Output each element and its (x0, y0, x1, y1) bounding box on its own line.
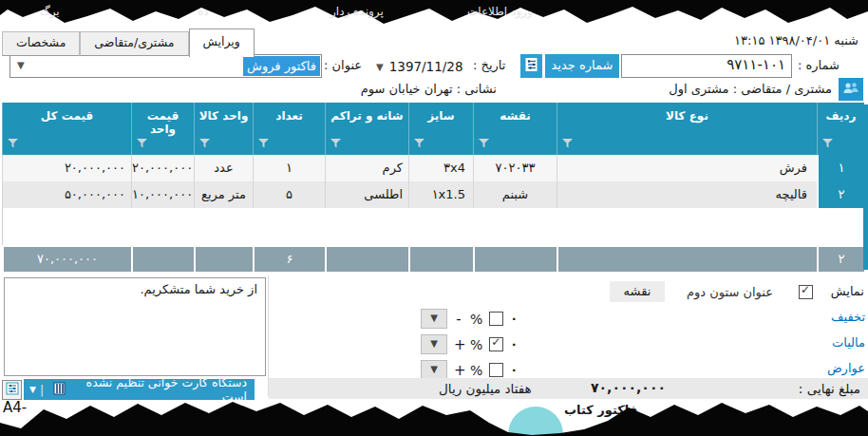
print-settings-button[interactable] (2, 380, 22, 400)
table-side-scrollbar[interactable] (863, 104, 868, 270)
filter-icon[interactable] (562, 138, 573, 151)
invoice-number-input[interactable]: ۹۷۱۱-۱۰۱ (621, 54, 792, 78)
tax-dropdown[interactable]: ▼ (421, 334, 447, 354)
column-header-row-number[interactable]: ردیف (817, 103, 864, 155)
discount-dropdown[interactable]: ▼ (421, 309, 447, 329)
duty-link[interactable]: عوارض (827, 361, 865, 375)
customer-value: مشتری اول (669, 82, 728, 96)
cell-row-number: ۲ (817, 181, 864, 208)
date-dropdown[interactable]: ▼ 1397/11/28 (376, 57, 473, 76)
filter-icon[interactable] (137, 138, 147, 151)
duty-percent-checkbox[interactable] (489, 363, 503, 377)
cell-unit-price: ۱۰,۰۰۰,۰۰۰ (131, 181, 194, 208)
filter-icon[interactable] (199, 138, 210, 151)
summary-empty-cell (408, 247, 473, 272)
filter-icon[interactable] (479, 138, 489, 151)
cell-product-type: فرش (557, 155, 817, 181)
cell-comb-density: کرم (325, 155, 408, 181)
chevron-down-icon: ▼ (376, 62, 384, 72)
column-header-comb-density[interactable]: شانه و تراکم (325, 103, 408, 155)
column-label: تعداد (275, 109, 302, 123)
invoice-window: برگ ده پرونده ردار ورود اطلاعات مشخصات م… (0, 0, 868, 436)
final-amount-in-words: هفتاد میلیون ریال (439, 381, 532, 396)
column-header-unit-price[interactable]: قیمت واحد (131, 103, 194, 155)
table-empty-area (2, 208, 864, 245)
menu-item-fragment[interactable]: برگ (40, 5, 60, 18)
date-label: تاریخ : (473, 58, 505, 72)
discount-link[interactable]: تخفیف (831, 310, 865, 324)
column-header-quantity[interactable]: تعداد (253, 103, 325, 155)
torn-partial-text: فاکتور کتاب (564, 403, 637, 417)
discount-controls: ▼ - % ۰ (421, 309, 518, 329)
column-header-pattern[interactable]: نقشه (473, 103, 557, 155)
tab-edit[interactable]: ویرایش (189, 28, 255, 57)
table-header-row: ردیف نوع کالا نقشه سایز شانه و تراکم تعد… (2, 103, 864, 155)
filter-icon[interactable] (258, 138, 269, 151)
menu-item-fragment[interactable]: پرونده ردار (330, 5, 384, 18)
display-checkbox[interactable] (799, 285, 813, 299)
document-icon (524, 57, 538, 75)
paper-size-label: A4- (3, 399, 27, 416)
final-amount-label: مبلغ نهایی : (799, 381, 860, 396)
address-value: تهران خیابان سوم (361, 82, 453, 96)
cell-comb-density: اطلسی (325, 181, 408, 208)
final-amount-value: ۷۰,۰۰۰,۰۰۰ (591, 380, 666, 395)
duty-value[interactable]: ۰ (510, 363, 518, 377)
table-row[interactable]: ۱ فرش ۷۰۲۰۳۳ ۳x4 کرم ۱ عدد ۲۰,۰۰۰,۰۰۰ ۲۰… (2, 155, 864, 181)
summary-empty-cell (325, 247, 408, 272)
note-textarea[interactable]: از خرید شما متشکریم. (4, 277, 266, 376)
cell-product-unit: عدد (194, 155, 253, 181)
cell-unit-price: ۲۰,۰۰۰,۰۰۰ (131, 155, 194, 181)
menu-item-fragment[interactable]: ده (198, 5, 209, 18)
column-header-product-type[interactable]: نوع کالا (557, 103, 817, 155)
customer-picker-button[interactable] (839, 78, 863, 101)
title-combobox[interactable]: فاکتور فروش ▼ (9, 54, 322, 78)
summary-empty-cell (194, 247, 253, 272)
card-reader-icon (53, 382, 66, 398)
table-row[interactable]: ۲ قالیچه شبنم ۱x1.5 اطلسی ۵ متر مربع ۱۰,… (2, 181, 864, 208)
filter-icon[interactable] (8, 138, 18, 151)
column-label: قیمت واحد (147, 109, 179, 136)
tax-value[interactable]: ۰ (510, 337, 518, 351)
divider: | (40, 383, 44, 397)
address-line: نشانی : تهران خیابان سوم (361, 82, 497, 96)
tab-customer[interactable]: مشتری/متقاضی (80, 31, 188, 56)
app-logo-circle (508, 407, 563, 436)
document-settings-button[interactable] (520, 54, 542, 78)
title-selected-value: فاکتور فروش (243, 56, 320, 76)
summary-total-sum: ۷۰,۰۰۰,۰۰۰ (2, 247, 131, 272)
column-header-total-price[interactable]: قیمت کل (2, 103, 131, 155)
table-summary-row: ۲ ۶ ۷۰,۰۰۰,۰۰۰ (2, 247, 864, 272)
menu-item-fragment[interactable]: ورود اطلاعات (467, 5, 533, 18)
discount-percent-checkbox[interactable] (489, 312, 503, 326)
new-number-button[interactable]: شماره جدید (545, 54, 619, 78)
summary-empty-cell (131, 247, 194, 272)
address-label: نشانی : (457, 82, 497, 96)
cell-pattern: شبنم (473, 181, 557, 208)
second-column-title-value[interactable]: نقشه (610, 281, 665, 302)
column-label: نوع کالا (666, 109, 708, 123)
discount-value[interactable]: ۰ (510, 312, 518, 326)
column-label: سایز (427, 109, 454, 123)
summary-quantity-sum: ۶ (253, 247, 325, 272)
filter-icon[interactable] (414, 138, 425, 151)
card-reader-message: دستگاه کارت خوانی تنظیم نشده است (66, 375, 255, 404)
column-header-product-unit[interactable]: واحد کالا (194, 103, 253, 155)
cell-product-type: قالیچه (557, 181, 817, 208)
cell-quantity: ۵ (253, 181, 325, 208)
customer-line: مشتری / متقاضی : مشتری اول (669, 82, 832, 96)
filter-icon[interactable] (822, 138, 833, 151)
percent-symbol: % (470, 337, 482, 352)
tab-specifications[interactable]: مشخصات (2, 31, 80, 56)
column-header-size[interactable]: سایز (408, 103, 473, 155)
title-label: عنوان : (324, 58, 362, 72)
cell-product-unit: متر مربع (194, 181, 253, 208)
tax-link[interactable]: مالیات (832, 335, 865, 350)
filter-icon[interactable] (330, 138, 341, 151)
cell-size: ۳x4 (408, 155, 473, 181)
customer-label: مشتری / متقاضی : (733, 82, 832, 96)
tax-percent-checkbox[interactable] (489, 337, 503, 351)
duty-dropdown[interactable]: ▼ (421, 360, 447, 380)
card-reader-status-button[interactable]: ▼ | دستگاه کارت خوانی تنظیم نشده است (24, 379, 255, 400)
dropdown-caret-icon[interactable]: ▼ (29, 385, 36, 394)
